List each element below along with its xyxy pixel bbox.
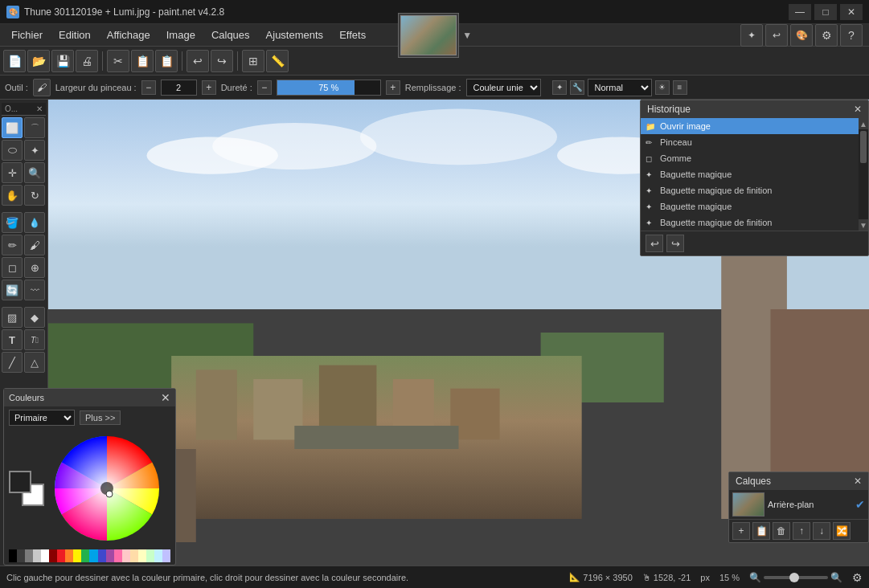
zoom-in-button[interactable]: 🔍 <box>830 572 842 583</box>
menu-affichage[interactable]: Affichage <box>99 26 158 44</box>
tb-paste[interactable]: 📋 <box>155 50 178 72</box>
tool-clone[interactable]: ⊕ <box>24 257 45 278</box>
history-item-eraser[interactable]: ◻ Gomme <box>641 150 868 166</box>
palette-color-c8ffc8[interactable] <box>146 549 154 562</box>
palette-color-22b14c[interactable] <box>81 549 89 562</box>
palette-color-3f48cc[interactable] <box>98 549 106 562</box>
tool-pencil[interactable]: ✏ <box>2 235 23 255</box>
toolbar-help[interactable]: ? <box>840 24 863 47</box>
layer-visibility-check[interactable]: ✔ <box>855 498 865 511</box>
tool-shape[interactable]: △ <box>24 352 45 373</box>
current-tool-icon[interactable]: 🖌 <box>33 79 51 96</box>
palette-color-ff7f27[interactable] <box>65 549 73 562</box>
color-wheel-svg[interactable] <box>51 432 163 545</box>
layer-merge-button[interactable]: 🔀 <box>833 522 851 540</box>
zoom-slider[interactable] <box>764 576 828 579</box>
palette-color-880000[interactable] <box>49 549 57 562</box>
color-palette-strip[interactable] <box>9 549 170 562</box>
tb-open[interactable]: 📂 <box>27 50 50 72</box>
tool-recolor[interactable]: 🔄 <box>2 280 23 300</box>
history-scrollbar[interactable]: ▲ ▼ <box>859 118 868 231</box>
tb-redo[interactable]: ↪ <box>211 50 233 72</box>
tb-cut[interactable]: ✂ <box>107 50 129 72</box>
palette-color-ed1c24[interactable] <box>57 549 65 562</box>
palette-color-00a2e8[interactable] <box>89 549 97 562</box>
tool-select-lasso[interactable]: ⌒ <box>24 117 45 138</box>
tool-shape-fill[interactable]: ◆ <box>24 307 45 328</box>
palette-color-000000[interactable] <box>9 549 17 562</box>
toolbar-palette-btn[interactable]: 🎨 <box>790 24 813 47</box>
tool-select-ellipse[interactable]: ⬭ <box>2 140 23 161</box>
layer-item-background[interactable]: Arrière-plan ✔ <box>729 490 868 519</box>
close-button[interactable]: ✕ <box>840 4 863 20</box>
menu-fichier[interactable]: Fichier <box>3 26 51 44</box>
history-close-button[interactable]: ✕ <box>854 104 862 115</box>
image-tab[interactable] <box>398 13 459 58</box>
menu-effets[interactable]: Effets <box>331 26 374 44</box>
tb-undo[interactable]: ↩ <box>187 50 209 72</box>
tool-brush[interactable]: 🖌 <box>24 235 45 255</box>
tool-paint-bucket[interactable]: 🪣 <box>2 212 23 233</box>
palette-color-ffffff[interactable] <box>41 549 49 562</box>
scroll-down-arrow[interactable]: ▼ <box>859 219 868 231</box>
blend-opt2[interactable]: 🔧 <box>570 80 584 95</box>
layer-delete-button[interactable]: 🗑 <box>773 522 790 540</box>
layer-down-button[interactable]: ↓ <box>813 522 830 540</box>
menu-ajustements[interactable]: Ajustements <box>258 26 332 44</box>
layer-duplicate-button[interactable]: 📋 <box>752 522 770 540</box>
tb-copy[interactable]: 📋 <box>131 50 154 72</box>
tb-print[interactable]: 🖨 <box>76 50 98 72</box>
hardness-increase[interactable]: + <box>386 80 400 95</box>
palette-color-7b7b7b[interactable] <box>25 549 33 562</box>
tab-dropdown-arrow[interactable]: ▼ <box>462 30 472 41</box>
scroll-up-arrow[interactable]: ▲ <box>859 118 868 129</box>
colors-close-button[interactable]: ✕ <box>161 391 170 404</box>
palette-color-ff6daa[interactable] <box>114 549 122 562</box>
opacity-opt[interactable]: ☀ <box>655 80 670 95</box>
width-decrease[interactable]: − <box>141 80 156 95</box>
tool-text[interactable]: T <box>2 329 23 350</box>
hardness-slider[interactable]: 75 % <box>277 80 381 96</box>
tool-move[interactable]: ✛ <box>2 162 23 183</box>
history-item-finish1[interactable]: ✦ Baguette magique de finition <box>641 182 868 198</box>
palette-color-c0c0ff[interactable] <box>162 549 170 562</box>
zoom-out-button[interactable]: 🔍 <box>749 572 761 583</box>
tb-grid[interactable]: ⊞ <box>242 50 264 72</box>
tools-close[interactable]: ✕ <box>36 104 43 113</box>
menu-edition[interactable]: Edition <box>51 26 99 44</box>
history-item-brush[interactable]: ✏ Pinceau <box>641 134 868 150</box>
tool-eraser[interactable]: ◻ <box>2 257 23 278</box>
palette-color-ffffc0[interactable] <box>138 549 146 562</box>
palette-color-3c3c3c[interactable] <box>17 549 25 562</box>
tool-zoom[interactable]: 🔍 <box>24 162 45 183</box>
menu-calques[interactable]: Calques <box>203 26 258 44</box>
hardness-decrease[interactable]: − <box>257 80 272 95</box>
toolbar-magic1[interactable]: ✦ <box>740 24 763 47</box>
tb-save[interactable]: 💾 <box>51 50 74 72</box>
toolbar-settings[interactable]: ⚙ <box>815 24 838 47</box>
tool-rotate[interactable]: ↻ <box>24 185 45 206</box>
tool-magic-wand[interactable]: ✦ <box>24 140 45 161</box>
settings-button[interactable]: ⚙ <box>852 571 863 584</box>
tool-color-pick[interactable]: 💧 <box>24 212 45 233</box>
palette-color-c8c8c8[interactable] <box>33 549 41 562</box>
layer-add-button[interactable]: + <box>732 522 750 540</box>
history-item-magic1[interactable]: ✦ Baguette magique <box>641 166 868 182</box>
scroll-thumb[interactable] <box>860 131 867 163</box>
tool-hand[interactable]: ✋ <box>2 185 23 206</box>
tb-new[interactable]: 📄 <box>3 50 26 72</box>
blend-mode-select[interactable]: Normal Multiplier Screen Overlay <box>588 79 652 96</box>
layers-close-button[interactable]: ✕ <box>854 476 862 487</box>
history-item-magic2[interactable]: ✦ Baguette magique <box>641 198 868 214</box>
tool-gradient[interactable]: ▨ <box>2 307 23 328</box>
tool-smudge[interactable]: 〰 <box>24 280 45 300</box>
width-increase[interactable]: + <box>202 80 216 95</box>
fill-select[interactable]: Couleur unie Dégradé Transparent <box>466 79 541 96</box>
history-redo-button[interactable]: ↪ <box>666 235 684 252</box>
tool-select-rect[interactable]: ⬜ <box>2 117 23 138</box>
blend-extra[interactable]: ≡ <box>673 80 687 95</box>
history-item-open-image[interactable]: 📁 Ouvrir image <box>641 118 868 134</box>
palette-color-fff200[interactable] <box>73 549 81 562</box>
primary-color-swatch[interactable] <box>9 471 31 493</box>
toolbar-history-btn[interactable]: ↩ <box>765 24 788 47</box>
